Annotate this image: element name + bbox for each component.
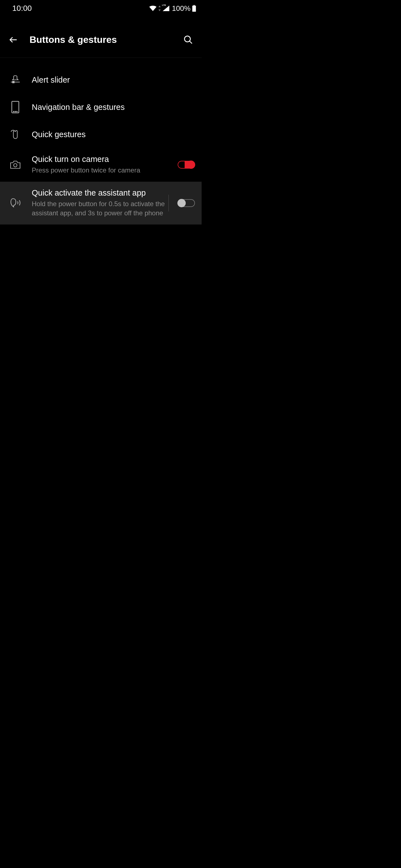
page-title: Buttons & gestures — [30, 34, 176, 45]
row-quick-camera[interactable]: Quick turn on camera Press power button … — [0, 148, 202, 182]
row-title: Navigation bar & gestures — [32, 103, 195, 112]
camera-icon — [8, 158, 22, 172]
row-title: Alert slider — [32, 75, 195, 85]
search-button[interactable] — [181, 33, 195, 46]
gesture-tap-icon — [8, 127, 22, 141]
updown-icon — [158, 6, 161, 11]
settings-list: Alert slider Navigation bar & gestures Q… — [0, 58, 202, 224]
arrow-left-icon — [8, 35, 18, 45]
battery-icon — [192, 5, 196, 12]
battery-percent: 100% — [172, 4, 191, 13]
row-title: Quick gestures — [32, 130, 195, 139]
svg-point-2 — [184, 36, 191, 42]
row-quick-gestures[interactable]: Quick gestures — [0, 121, 202, 148]
search-icon — [183, 35, 193, 45]
row-alert-slider[interactable]: Alert slider — [0, 66, 202, 93]
row-title: Quick activate the assistant app — [32, 188, 166, 197]
svg-rect-3 — [12, 81, 14, 83]
status-bar: 10:00 LTE 100% — [0, 0, 202, 17]
svg-point-6 — [15, 111, 16, 112]
phone-device-icon — [8, 100, 22, 114]
row-title: Quick turn on camera — [32, 155, 178, 164]
app-header: Buttons & gestures — [0, 22, 202, 58]
back-button[interactable] — [7, 33, 20, 46]
bell-slider-icon — [8, 73, 22, 87]
wifi-icon — [149, 6, 156, 11]
svg-point-7 — [17, 111, 17, 112]
svg-rect-0 — [194, 5, 195, 6]
voice-assistant-icon — [8, 196, 22, 210]
row-subtitle: Hold the power button for 0.5s to activa… — [32, 199, 166, 218]
svg-rect-1 — [192, 6, 196, 12]
row-subtitle: Press power button twice for camera — [32, 165, 178, 175]
row-nav-bar[interactable]: Navigation bar & gestures — [0, 93, 202, 121]
signal-icon: LTE — [163, 6, 169, 11]
row-quick-assistant[interactable]: Quick activate the assistant app Hold th… — [0, 182, 202, 224]
status-indicators: LTE 100% — [149, 4, 196, 13]
toggle-quick-assistant[interactable] — [178, 199, 195, 207]
toggle-quick-camera[interactable] — [178, 161, 195, 168]
svg-point-8 — [13, 163, 17, 167]
svg-point-5 — [13, 111, 14, 112]
status-time: 10:00 — [12, 4, 32, 13]
